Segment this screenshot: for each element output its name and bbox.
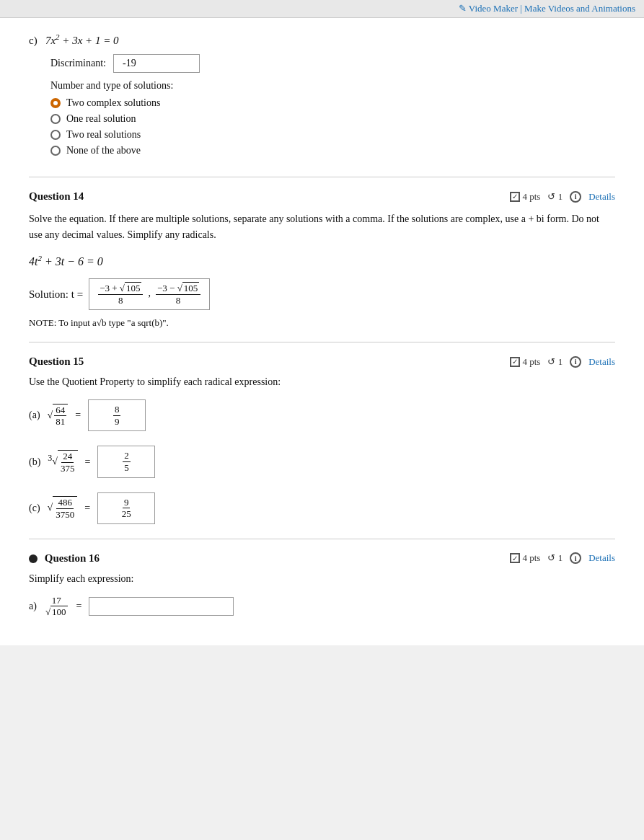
radio-label-two-complex: Two complex solutions — [66, 97, 160, 109]
radio-two-complex[interactable]: Two complex solutions — [50, 97, 615, 109]
question16-header: Question 16 ✓ 4 pts ↺ 1 i Details — [29, 552, 615, 565]
question16-meta: ✓ 4 pts ↺ 1 i Details — [510, 552, 616, 564]
question15-part-a: (a) √ 64 81 = 8 9 — [29, 399, 615, 431]
undo-button-q15[interactable]: ↺ 1 — [547, 356, 563, 368]
radio-one-real[interactable]: One real solution — [50, 113, 615, 125]
question15-part-b: (b) 3√ 24 375 = 2 5 — [29, 446, 615, 477]
q15-part-a-expr: √ 64 81 — [48, 404, 69, 428]
checkbox-icon-q16: ✓ — [510, 553, 520, 563]
radio-group: Two complex solutions One real solution … — [50, 97, 615, 156]
question14-equation: 4t2 + 3t − 6 = 0 — [29, 254, 615, 268]
question14-pts: ✓ 4 pts — [510, 191, 541, 203]
q15-part-c-answer[interactable]: 9 25 — [97, 492, 155, 524]
q15-part-b-label: (b) — [29, 456, 40, 468]
page-content: c) 7x2 + 3x + 1 = 0 Discriminant: -19 Nu… — [0, 18, 644, 645]
q15-part-c-label: (c) — [29, 503, 40, 514]
question14-body: Solve the equation. If there are multipl… — [29, 211, 615, 244]
question15-meta: ✓ 4 pts ↺ 1 i Details — [510, 356, 616, 368]
question-c-section: c) 7x2 + 3x + 1 = 0 Discriminant: -19 Nu… — [29, 32, 615, 156]
q16-bullet — [29, 554, 38, 563]
radio-label-two-real: Two real solutions — [66, 129, 141, 141]
discriminant-input[interactable]: -19 — [113, 54, 200, 73]
info-icon-q14[interactable]: i — [570, 191, 581, 203]
question15-title: Question 15 — [29, 355, 84, 368]
question14-section: Question 14 ✓ 4 pts ↺ 1 i Details Solve … — [29, 190, 615, 329]
top-bar: ✎ Video Maker | Make Videos and Animatio… — [0, 0, 644, 18]
solution-label-q14: Solution: t = — [29, 288, 83, 301]
q16-part-a-label: a) — [29, 601, 37, 612]
info-icon-q16[interactable]: i — [570, 552, 581, 564]
q16-part-a-input[interactable] — [89, 597, 234, 616]
question14-header: Question 14 ✓ 4 pts ↺ 1 i Details — [29, 190, 615, 203]
question15-section: Question 15 ✓ 4 pts ↺ 1 i Details Use th… — [29, 355, 615, 524]
radio-label-none-above: None of the above — [66, 145, 141, 156]
question15-header: Question 15 ✓ 4 pts ↺ 1 i Details — [29, 355, 615, 368]
q15-part-b-expr: 3√ 24 375 — [48, 450, 77, 474]
question15-pts: ✓ 4 pts — [510, 356, 541, 368]
question14-note: NOTE: To input a√b type "a sqrt(b)". — [29, 317, 615, 329]
divider-q14 — [29, 177, 615, 177]
question16-pts: ✓ 4 pts — [510, 552, 541, 564]
q16-part-a-expr: 17 √100 — [44, 595, 69, 618]
q15-part-b-answer[interactable]: 2 5 — [97, 446, 155, 477]
details-link-q15[interactable]: Details — [588, 356, 615, 368]
solutions-label: Number and type of solutions: — [50, 80, 615, 92]
video-link[interactable]: ✎ Video Maker | Make Videos and Animatio… — [459, 3, 635, 14]
radio-circle-two-complex[interactable] — [50, 98, 61, 108]
divider-q16 — [29, 539, 615, 539]
q15-part-c-expr: √ 486 3750 — [48, 496, 78, 520]
question14-meta: ✓ 4 pts ↺ 1 i Details — [510, 191, 616, 203]
radio-none-above[interactable]: None of the above — [50, 145, 615, 156]
divider-q15 — [29, 342, 615, 342]
undo-button-q16[interactable]: ↺ 1 — [547, 552, 563, 564]
question-c-label: c) 7x2 + 3x + 1 = 0 — [29, 32, 615, 47]
solution-row-q14: Solution: t = −3 + √105 8 , −3 − √105 8 — [29, 278, 615, 310]
details-link-q14[interactable]: Details — [588, 191, 615, 203]
checkbox-icon-q14: ✓ — [510, 192, 520, 202]
radio-circle-none-above[interactable] — [50, 146, 61, 156]
checkbox-icon-q15: ✓ — [510, 357, 520, 367]
question16-title: Question 16 — [29, 552, 100, 565]
q15-part-a-label: (a) — [29, 410, 40, 421]
radio-circle-one-real[interactable] — [50, 114, 61, 124]
question16-part-a: a) 17 √100 = — [29, 595, 615, 618]
discriminant-row: Discriminant: -19 — [50, 54, 615, 73]
question16-section: Question 16 ✓ 4 pts ↺ 1 i Details Simpli… — [29, 552, 615, 618]
question14-title: Question 14 — [29, 190, 84, 203]
question16-intro: Simplify each expression: — [29, 573, 615, 585]
question15-intro: Use the Quotient Property to simplify ea… — [29, 376, 615, 388]
info-icon-q15[interactable]: i — [570, 356, 581, 368]
undo-button-q14[interactable]: ↺ 1 — [547, 191, 563, 203]
question15-part-c: (c) √ 486 3750 = 9 25 — [29, 492, 615, 524]
radio-label-one-real: One real solution — [66, 113, 136, 125]
radio-two-real[interactable]: Two real solutions — [50, 129, 615, 141]
q15-part-a-answer[interactable]: 8 9 — [88, 399, 146, 431]
solution-input-q14[interactable]: −3 + √105 8 , −3 − √105 8 — [89, 278, 210, 310]
discriminant-label: Discriminant: — [50, 58, 106, 69]
radio-circle-two-real[interactable] — [50, 130, 61, 140]
details-link-q16[interactable]: Details — [588, 552, 615, 564]
